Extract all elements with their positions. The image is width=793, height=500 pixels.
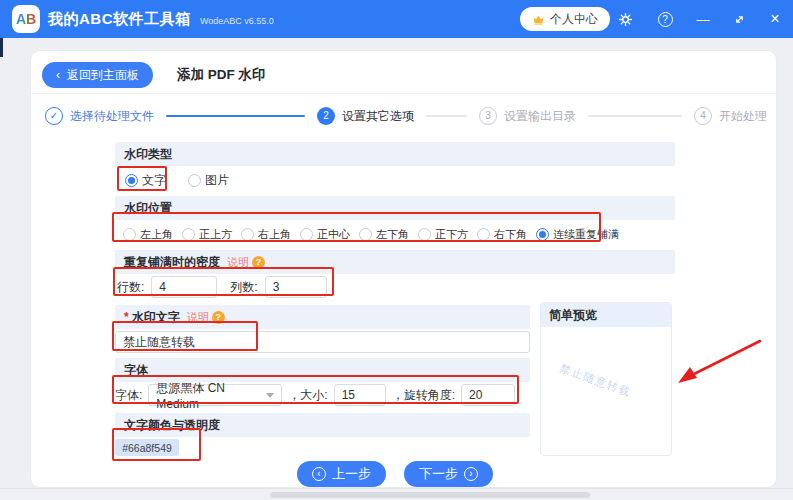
font-family-select[interactable]: 思源黑体 CN Medium	[148, 384, 282, 406]
watermark-type-options: 文字 图片	[115, 168, 229, 192]
radio-bottom-center[interactable]: 正下方	[418, 227, 468, 242]
radio-button[interactable]	[300, 228, 313, 241]
next-arrow-icon: ›	[464, 467, 478, 481]
watermark-position-options: 左上角 正上方 右上角 正中心 左下角 正下方 右下角 连续重复铺满	[115, 222, 619, 246]
radio-button[interactable]	[418, 228, 431, 241]
step-connector	[588, 115, 682, 117]
step-start-process: 4 开始处理	[694, 107, 767, 125]
preview-watermark-text: 禁止随意转载	[558, 361, 634, 401]
density-inputs-row: 行数: 列数:	[115, 276, 327, 298]
help-button[interactable]: ?	[652, 0, 678, 38]
watermark-text-input[interactable]	[115, 331, 530, 353]
density-help-link[interactable]: 说明	[227, 255, 249, 270]
close-icon: ×	[770, 10, 779, 28]
divider	[31, 93, 776, 94]
radio-image[interactable]: 图片	[188, 172, 229, 189]
settings-button[interactable]	[612, 0, 638, 38]
text-help-link[interactable]: 说明	[187, 310, 209, 325]
radio-button[interactable]	[359, 228, 372, 241]
rotation-input[interactable]	[461, 384, 515, 406]
font-family-value: 思源黑体 CN Medium	[156, 380, 266, 411]
back-chevron-icon: ‹	[56, 68, 60, 82]
font-row: 字体: 思源黑体 CN Medium ，大小: ，旋转角度:	[115, 384, 515, 406]
wizard-stepper: ✓ 选择待处理文件 2 设置其它选项 3 设置输出目录 4 开始处理	[45, 103, 767, 129]
cols-label: 列数:	[230, 279, 257, 296]
minimize-icon: —	[697, 12, 710, 27]
step-set-options: 2 设置其它选项	[317, 107, 414, 125]
step-connector	[166, 115, 305, 117]
red-arrow-annotation	[668, 334, 768, 390]
horizontal-scrollbar[interactable]	[270, 492, 590, 498]
maximize-icon	[733, 13, 746, 26]
radio-repeat-fill[interactable]: 连续重复铺满	[536, 227, 619, 242]
color-value-badge[interactable]: #66a8f549	[115, 439, 179, 456]
font-family-label: 字体:	[115, 387, 142, 404]
section-header-repeat-density: 重复铺满时的密度 说明 ?	[115, 250, 675, 274]
step-number: 3	[479, 107, 497, 125]
rows-label: 行数:	[117, 279, 144, 296]
radio-bottom-left[interactable]: 左下角	[359, 227, 409, 242]
user-center-button[interactable]: 个人中心	[520, 7, 610, 31]
step-label: 选择待处理文件	[70, 108, 154, 125]
step-label: 设置其它选项	[342, 108, 414, 125]
previous-step-button[interactable]: ‹ 上一步	[297, 461, 386, 487]
section-header-watermark-type: 水印类型	[115, 142, 675, 166]
crown-icon	[532, 13, 545, 26]
app-logo: AB	[12, 5, 40, 33]
app-version: WodeABC v6.55.0	[200, 16, 274, 26]
step-label: 设置输出目录	[504, 108, 576, 125]
app-window: AB 我的ABC软件工具箱 WodeABC v6.55.0 个人中心 ? — ×	[0, 0, 793, 500]
title-bar: AB 我的ABC软件工具箱 WodeABC v6.55.0 个人中心 ? — ×	[0, 0, 793, 38]
user-center-label: 个人中心	[550, 11, 598, 28]
radio-button[interactable]	[241, 228, 254, 241]
section-header-font: 字体	[115, 358, 530, 382]
step-label: 开始处理	[719, 108, 767, 125]
app-title: 我的ABC软件工具箱	[48, 10, 191, 29]
radio-button-selected[interactable]	[125, 174, 138, 187]
section-header-watermark-text: * 水印文字 说明 ?	[115, 305, 530, 329]
check-icon: ✓	[45, 107, 63, 125]
close-button[interactable]: ×	[762, 0, 788, 38]
radio-center[interactable]: 正中心	[300, 227, 350, 242]
chevron-down-icon	[266, 393, 274, 398]
back-button-label: 返回到主面板	[67, 67, 139, 84]
left-edge-accent	[0, 38, 3, 57]
app-logo-text: AB	[16, 11, 36, 27]
preview-header: 简单预览	[541, 303, 671, 327]
radio-text[interactable]: 文字	[125, 172, 166, 189]
rows-input[interactable]	[151, 276, 217, 298]
step-select-files: ✓ 选择待处理文件	[45, 107, 154, 125]
font-size-label: ，大小:	[288, 387, 327, 404]
step-number: 4	[694, 107, 712, 125]
watermark-text-row	[115, 331, 530, 353]
radio-button-selected[interactable]	[536, 228, 549, 241]
section-header-text-color: 文字颜色与透明度	[115, 413, 530, 437]
wizard-footer: ‹ 上一步 下一步 ›	[115, 461, 675, 487]
section-header-watermark-position: 水印位置	[115, 196, 675, 220]
radio-bottom-right[interactable]: 右下角	[477, 227, 527, 242]
cols-input[interactable]	[265, 276, 327, 298]
radio-top-left[interactable]: 左上角	[123, 227, 173, 242]
radio-top-center[interactable]: 正上方	[182, 227, 232, 242]
step-connector	[426, 115, 467, 117]
question-icon[interactable]: ?	[252, 256, 265, 269]
rotation-label: ，旋转角度:	[392, 387, 455, 404]
radio-top-right[interactable]: 右上角	[241, 227, 291, 242]
radio-button[interactable]	[188, 174, 201, 187]
help-icon: ?	[658, 12, 673, 27]
minimize-button[interactable]: —	[690, 0, 716, 38]
radio-button[interactable]	[477, 228, 490, 241]
page-title: 添加 PDF 水印	[177, 62, 266, 88]
next-step-label: 下一步	[419, 465, 458, 483]
radio-button[interactable]	[123, 228, 136, 241]
radio-button[interactable]	[182, 228, 195, 241]
back-to-dashboard-button[interactable]: ‹ 返回到主面板	[42, 62, 153, 88]
next-step-button[interactable]: 下一步 ›	[404, 461, 493, 487]
font-size-input[interactable]	[334, 384, 386, 406]
previous-step-label: 上一步	[332, 465, 371, 483]
preview-panel: 简单预览 禁止随意转载	[540, 302, 672, 456]
gear-icon	[618, 12, 633, 27]
question-icon[interactable]: ?	[212, 311, 225, 324]
maximize-button[interactable]	[726, 0, 752, 38]
prev-arrow-icon: ‹	[312, 467, 326, 481]
